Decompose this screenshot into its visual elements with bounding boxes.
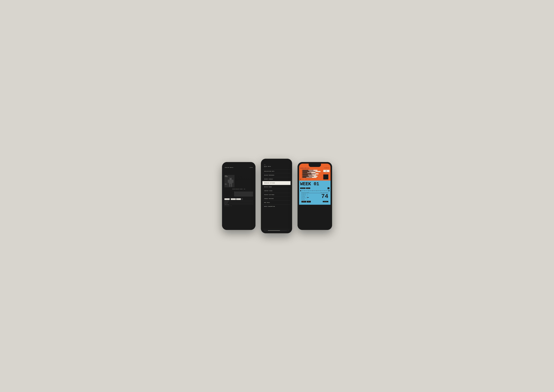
menu-item-browsing-patterns[interactable]: BROWSING PATTERNS <box>263 181 291 185</box>
purge-data-button[interactable]: PURGE DATA <box>236 198 241 200</box>
p2-progress-fill <box>268 231 280 231</box>
p3-chart-area: Sun Sat <box>300 170 329 179</box>
phone-targeting-profile: TARGETING PROFILE J SMITH REPORTS (2024)… <box>222 162 256 230</box>
bar-row-sun: Sun <box>300 170 323 171</box>
screen-1: TARGETING PROFILE J SMITH REPORTS (2024)… <box>224 164 254 228</box>
acceptable-badge: ACCEPTABLE <box>323 201 328 202</box>
p1-category-title: OUTDOORENTHUSIAST <box>235 175 253 178</box>
footer-link-time[interactable]: TIME SPENT ONLINE ↗ <box>224 200 253 202</box>
p1-transactions: RECENT TRANSACTIONS FOR CAMPING EQUIPMEN… <box>224 191 253 196</box>
list-item: 04RELEVANT AD INTERACTIONS08 <box>234 194 253 195</box>
p1-accuracy-box: OUTDOOR ENTHUSIAST ACCURACY - 89% <box>224 188 253 190</box>
notch-1 <box>233 164 245 167</box>
p3-legend: SOCIAL MEDIA BROWSING SHOPPING <box>300 179 323 179</box>
p1-trans-text: RECENT TRANSACTIONS FOR CAMPING EQUIPMEN… <box>224 191 234 196</box>
menu-item-content-views[interactable]: CONTENT VIEWS <box>263 189 291 193</box>
menu-item-search-signals[interactable]: SEARCH SIGNALS <box>263 177 291 181</box>
menu-item-privacy-settings[interactable]: PRIVACY SETTINGS <box>263 193 291 197</box>
p2-title: DATA SETS <box>264 166 289 167</box>
footer-link-actions[interactable]: SUGGESTED ACTIONS ↗ <box>224 204 253 205</box>
p3-footer-buttons: DOWNLOAD EXPORT ACCEPTABLE <box>301 201 328 203</box>
p1-profile-section: OUTDOORENTHUSIASTOPT SIGNALS <box>224 175 253 187</box>
p1-header-user: J SMITH <box>249 167 253 168</box>
p3-bars: Sun Sat <box>300 170 323 179</box>
p3-chart-id: TMP-210224-W-01 <box>324 168 329 168</box>
p2-number: 02 <box>264 164 289 166</box>
p3-week-title: WEEK 01 <box>300 182 329 186</box>
p2-menu: GEOLOCATION DATA ONLINE PURCHASES SEARCH… <box>263 169 291 208</box>
list-item: 03NEWSLETTER SIGNUPS00 <box>234 193 253 194</box>
p1-footer-controls: VIEW PROFILE ▾ CLEAR CACHE PURGE DATA ⬇ <box>224 198 253 200</box>
refresh-button[interactable]: REFRESH <box>306 188 310 189</box>
p2-footer-id: TMP-W-01 <box>264 230 267 231</box>
p1-footer-links: TIME SPENT ONLINE ↗ WEEKLY REPORT ↗ DATA… <box>224 200 253 205</box>
footer-link-data[interactable]: DATA IN USE ↗ <box>224 203 253 204</box>
p3-controls: CLEAR CACHE REFRESH ⬇ <box>300 187 329 189</box>
bar-row-mon: Mon <box>300 177 323 178</box>
scene: TARGETING PROFILE J SMITH REPORTS (2024)… <box>218 152 337 240</box>
p2-footer-progress: 64% <box>288 230 289 231</box>
p1-image-box: OUTDOORENTHUSIASTOPT SIGNALS <box>224 175 235 187</box>
p1-image-label: OUTDOORENTHUSIASTOPT SIGNALS <box>225 175 228 177</box>
bar-row-wed: Wed <box>300 175 323 175</box>
p2-progress-bar <box>268 231 287 231</box>
p1-purge-message: DATA PURGE COMPLETE....100% <box>224 206 253 206</box>
list-item: 02TRACKING COOKIES33 <box>234 192 253 193</box>
p3-qr-code <box>323 175 328 179</box>
bar-row-fri: Fri <box>300 172 323 173</box>
p1-reports-label: REPORTS (2024) <box>224 169 229 170</box>
p2-subtitle: 1/2 > <box>264 167 289 168</box>
svg-rect-4 <box>229 184 230 187</box>
bar-row-tue: Tue <box>300 176 323 177</box>
svg-rect-1 <box>229 179 232 184</box>
p1-image-sub: ONLINEPURCHASES(12) <box>225 183 227 185</box>
download-button[interactable]: DOWNLOAD <box>301 201 306 203</box>
p3-privacy-grade: 74 <box>321 194 328 200</box>
svg-rect-7 <box>229 177 232 178</box>
p3-chart-note: PERCENTAGE OF TIME SPENT PER DAY (%) <box>323 173 329 173</box>
view-profile-button[interactable]: VIEW PROFILE <box>224 198 230 200</box>
export-button[interactable]: EXPORT <box>306 201 311 203</box>
clear-cache-button[interactable]: CLEAR CACHE <box>231 198 236 200</box>
screen-3: STACKED CHART W-01 TMP-210224-W-01 Sun <box>299 164 331 228</box>
menu-item-media-consumption[interactable]: MEDIA CONSUMPTION <box>263 204 291 208</box>
timeline-start <box>300 190 301 191</box>
download-icon-3[interactable]: ⬇ <box>327 187 329 189</box>
clear-cache-button-3[interactable]: CLEAR CACHE <box>300 188 305 189</box>
p3-chart-title: STACKED CHART W-01 <box>300 168 309 168</box>
menu-item-online-purchases[interactable]: ONLINE PURCHASES <box>263 173 291 177</box>
p3-stats-grid: TOTAL ONLINE HOURS 27 PEAK BROWSING TIME… <box>301 194 328 200</box>
p1-profile-right: OUTDOORENTHUSIAST ANALYSIS OF YOUR PUBLI… <box>235 175 253 187</box>
p1-header-title: TARGETING PROFILE <box>225 167 233 168</box>
notch-3 <box>309 164 321 167</box>
p3-stats-section: YOUR DATA USE IN NUMBERS WEEKLY PRIVACY … <box>300 192 329 203</box>
svg-rect-5 <box>231 184 232 187</box>
p3-stats-header-right: WEEKLY PRIVACY GRADE (%) <box>320 192 328 193</box>
footer-link-weekly[interactable]: WEEKLY REPORT ↗ <box>224 202 253 203</box>
p1-analysis-text: ANALYSIS OF YOUR PUBLIC PROFILES, ONLINE… <box>235 178 253 181</box>
menu-item-web-tools[interactable]: WEB TOOLS <box>263 201 291 204</box>
phone-data-sets: 02 DATA SETS 1/2 > GEOLOCATION DATA ONLI… <box>261 159 292 233</box>
p3-timeline <box>300 190 329 191</box>
bar-row-thu: Thu <box>300 173 323 174</box>
p3-chart-side: TIMESPENTONLINE PERCENTAGE OF TIME SPENT… <box>323 170 329 179</box>
p3-stats-header: YOUR DATA USE IN NUMBERS WEEKLY PRIVACY … <box>301 192 328 193</box>
svg-rect-2 <box>228 180 229 183</box>
phone-weekly-report: STACKED CHART W-01 TMP-210224-W-01 Sun <box>298 162 332 230</box>
p3-stats-header-left: YOUR DATA USE IN NUMBERS <box>301 192 309 193</box>
menu-item-geolocation[interactable]: GEOLOCATION DATA <box>263 169 291 173</box>
p3-time-label: TIMESPENTONLINE <box>323 170 329 172</box>
p1-reports-table: 01-2405-2411-24 02-2406-24EMAIL 03-2406-… <box>224 171 229 174</box>
p1-reports-row: REPORTS (2024) 01-2405-2411-24 02-2406-2… <box>224 169 253 174</box>
list-item: 01RELATED PURCHASES04 <box>234 191 253 192</box>
timeline-end <box>329 190 329 191</box>
figure-silhouette-icon <box>227 177 235 187</box>
menu-item-device-usage[interactable]: DEVICE USAGE <box>263 185 291 189</box>
p3-stats-col: TOTAL ONLINE HOURS 27 PEAK BROWSING TIME… <box>301 194 320 200</box>
p1-footer: VIEW PROFILE ▾ CLEAR CACHE PURGE DATA ⬇ … <box>224 198 254 207</box>
download-icon[interactable]: ⬇ <box>241 198 243 200</box>
bar-row-sat: Sat <box>300 171 323 172</box>
menu-item-cookie-tracking[interactable]: COOKIE TRACKING <box>263 197 291 201</box>
p3-blue-section: WEEK 01 CLEAR CACHE REFRESH ⬇ <box>299 181 331 205</box>
p3-orange-header: STACKED CHART W-01 TMP-210224-W-01 <box>300 168 329 169</box>
